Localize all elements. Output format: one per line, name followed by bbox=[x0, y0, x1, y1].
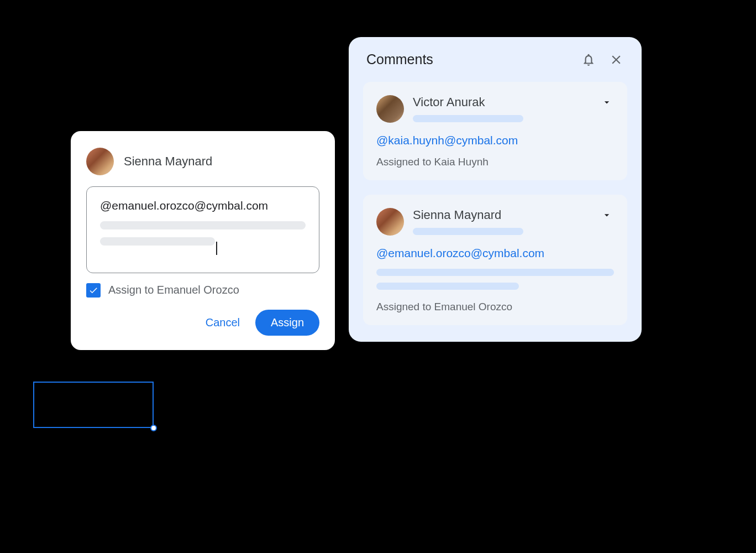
bell-icon bbox=[581, 53, 596, 67]
assign-button[interactable]: Assign bbox=[255, 310, 319, 336]
meta-placeholder bbox=[413, 228, 523, 235]
text-cursor bbox=[216, 242, 217, 255]
mention-text: @emanuel.orozco@cymbal.com bbox=[100, 199, 306, 212]
chevron-down-icon bbox=[601, 210, 612, 221]
avatar bbox=[376, 95, 404, 123]
mention-link[interactable]: @kaia.huynh@cymbal.com bbox=[376, 134, 614, 147]
expand-button[interactable] bbox=[600, 208, 614, 222]
avatar bbox=[376, 208, 404, 236]
comment-author-row: Sienna Maynard bbox=[86, 148, 319, 175]
assigned-to-text: Assigned to Emanuel Orozco bbox=[376, 301, 614, 313]
cancel-button[interactable]: Cancel bbox=[195, 311, 251, 335]
check-icon bbox=[88, 285, 98, 295]
close-icon bbox=[609, 53, 623, 67]
chevron-down-icon bbox=[601, 97, 612, 108]
selection-handle[interactable] bbox=[150, 425, 157, 431]
author-block: Victor Anurak bbox=[413, 95, 591, 122]
placeholder-line bbox=[100, 237, 215, 246]
body-placeholder bbox=[376, 283, 519, 290]
avatar bbox=[86, 148, 114, 175]
comments-panel: Comments Victor Anurak @kaia.huynh@cymba… bbox=[349, 37, 642, 342]
panel-actions bbox=[581, 52, 624, 67]
author-name: Sienna Maynard bbox=[413, 208, 591, 222]
assign-label: Assign to Emanuel Orozco bbox=[108, 284, 239, 296]
button-row: Cancel Assign bbox=[86, 310, 319, 336]
new-comment-card: Sienna Maynard @emanuel.orozco@cymbal.co… bbox=[71, 131, 335, 350]
close-button[interactable] bbox=[608, 52, 624, 67]
expand-button[interactable] bbox=[600, 95, 614, 109]
placeholder-line bbox=[100, 221, 306, 229]
author-name: Sienna Maynard bbox=[124, 154, 212, 169]
comment-input[interactable]: @emanuel.orozco@cymbal.com bbox=[86, 186, 319, 273]
comment-item-header: Victor Anurak bbox=[376, 95, 614, 123]
author-block: Sienna Maynard bbox=[413, 208, 591, 235]
meta-placeholder bbox=[413, 115, 523, 122]
body-placeholder bbox=[376, 269, 614, 276]
notifications-button[interactable] bbox=[581, 52, 596, 67]
author-name: Victor Anurak bbox=[413, 95, 591, 109]
panel-title: Comments bbox=[366, 51, 433, 67]
assign-checkbox[interactable] bbox=[86, 283, 101, 298]
comment-item-header: Sienna Maynard bbox=[376, 208, 614, 236]
mention-link[interactable]: @emanuel.orozco@cymbal.com bbox=[376, 247, 614, 260]
cell-selection-box bbox=[33, 382, 154, 428]
comment-item[interactable]: Sienna Maynard @emanuel.orozco@cymbal.co… bbox=[363, 195, 627, 325]
assign-to-row: Assign to Emanuel Orozco bbox=[86, 283, 319, 298]
assigned-to-text: Assigned to Kaia Huynh bbox=[376, 156, 614, 168]
panel-header: Comments bbox=[363, 51, 627, 67]
comment-item[interactable]: Victor Anurak @kaia.huynh@cymbal.com Ass… bbox=[363, 82, 627, 180]
